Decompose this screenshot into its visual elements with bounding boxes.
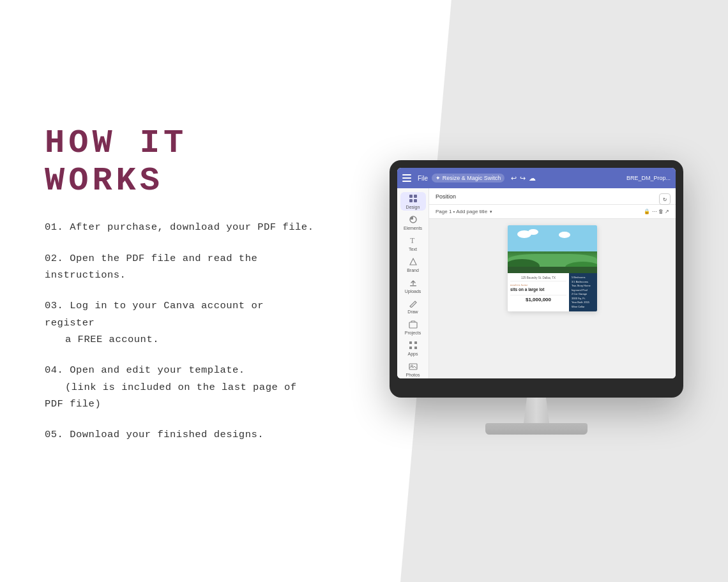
- step-2-text: Open the PDF file and read the instructi…: [45, 253, 257, 281]
- sidebar-item-photos[interactable]: Photos: [400, 360, 426, 378]
- canva-resize-button[interactable]: ✦ Resize & Magic Switch: [432, 174, 504, 183]
- canva-undo-redo: ↩ ↪ ☁: [511, 174, 536, 183]
- monitor-stand-base: [485, 423, 588, 435]
- svg-rect-11: [409, 347, 412, 349]
- page-heading: HOW IT WORKS: [45, 124, 319, 200]
- step-4: 04. Open and edit your template. (link i…: [45, 362, 319, 412]
- svg-text:T: T: [410, 236, 415, 245]
- step-3-line1: Log in to your Canva account or register: [45, 300, 264, 328]
- svg-rect-8: [409, 322, 417, 328]
- feature-7: Year Built: 2015: [572, 301, 595, 304]
- left-section: HOW IT WORKS 01. After purchase, downloa…: [0, 86, 358, 495]
- steps-list: 01. After purchase, download your PDF fi…: [45, 219, 319, 443]
- sidebar-item-brand[interactable]: Brand: [400, 255, 426, 274]
- monitor-body: File ✦ Resize & Magic Switch ↩ ↪ ☁ BRE_D…: [390, 160, 683, 398]
- sidebar-draw-label: Draw: [407, 310, 418, 314]
- monitor-stand-neck: [520, 398, 552, 423]
- sidebar-item-uploads[interactable]: Uploads: [400, 276, 426, 295]
- chevron-down-icon: ▾: [490, 209, 492, 214]
- design-icon: [408, 193, 418, 204]
- sidebar-item-draw[interactable]: Draw: [400, 297, 426, 315]
- sidebar-item-projects[interactable]: Projects: [400, 318, 426, 336]
- card-address: 125 Boundry St. Dallas, TX: [510, 276, 566, 281]
- canva-sidebar: Design Elements: [397, 188, 429, 378]
- svg-rect-5: [411, 217, 413, 220]
- svg-rect-2: [409, 199, 413, 202]
- card-left-info: 125 Boundry St. Dallas, TX modern home s…: [508, 273, 569, 311]
- svg-rect-9: [409, 341, 412, 344]
- sidebar-projects-label: Projects: [405, 331, 421, 335]
- step-5-number: 05.: [45, 429, 63, 440]
- step-3-number: 03.: [45, 300, 63, 311]
- page-toolbar-icons: 🔒 ⋯ 🗑 ↗: [644, 209, 669, 214]
- sidebar-design-label: Design: [406, 205, 420, 209]
- sidebar-photos-label: Photos: [406, 373, 420, 377]
- step-2-number: 02.: [45, 253, 63, 264]
- card-price: $1,000,000: [510, 295, 566, 304]
- brand-icon: [408, 257, 418, 267]
- step-4-line2: (link is included on the last page of PD…: [45, 382, 297, 410]
- sidebar-apps-label: Apps: [408, 352, 418, 356]
- cloud-3: [559, 232, 570, 238]
- canva-main-area: Position Page 1 • Add page title ▾ 🔒 ⋯ 🗑…: [429, 188, 676, 378]
- feature-8: Wine Cellar: [572, 305, 595, 308]
- canva-topbar: File ✦ Resize & Magic Switch ↩ ↪ ☁ BRE_D…: [397, 168, 676, 188]
- page-bar: Page 1 • Add page title ▾ 🔒 ⋯ 🗑 ↗: [429, 205, 676, 219]
- step-1-number: 01.: [45, 221, 63, 233]
- svg-rect-1: [414, 195, 417, 198]
- property-card: 125 Boundry St. Dallas, TX modern home s…: [508, 225, 597, 311]
- monitor-screen: File ✦ Resize & Magic Switch ↩ ↪ ☁ BRE_D…: [397, 168, 676, 378]
- canva-file-menu[interactable]: File: [418, 175, 428, 182]
- step-1-text: After purchase, download your PDF file.: [70, 221, 314, 233]
- feature-1: 5 Bedrooms: [572, 276, 595, 279]
- card-landscape-image: [508, 225, 597, 273]
- card-features: 5 Bedrooms 3.5 Bathrooms Two-Story Home …: [569, 273, 597, 311]
- feature-4: Inground Pool: [572, 288, 595, 292]
- sidebar-item-elements[interactable]: Elements: [400, 213, 426, 232]
- undo-icon[interactable]: ↩: [511, 174, 517, 183]
- position-label: Position: [436, 193, 456, 200]
- page-content: HOW IT WORKS 01. After purchase, downloa…: [0, 0, 728, 582]
- elements-icon: [408, 214, 418, 225]
- step-3-line2: a FREE account.: [65, 334, 159, 345]
- step-1: 01. After purchase, download your PDF fi…: [45, 219, 319, 235]
- step-5-text: Download your finished designs.: [70, 429, 264, 440]
- svg-rect-7: [410, 285, 416, 287]
- feature-3: Two-Story Home: [572, 284, 595, 287]
- canvas-area[interactable]: 125 Boundry St. Dallas, TX modern home s…: [429, 219, 676, 378]
- step-3: 03. Log in to your Canva account or regi…: [45, 297, 319, 348]
- uploads-icon: [408, 278, 418, 288]
- svg-rect-10: [414, 341, 417, 344]
- cloud-icon: ☁: [529, 174, 536, 183]
- card-tagline: modern home: [510, 283, 566, 287]
- apps-icon: [408, 340, 418, 350]
- card-subtitle: sits on a large lot: [510, 287, 566, 292]
- cloud-2: [528, 229, 538, 235]
- text-icon: T: [408, 235, 418, 246]
- svg-rect-3: [414, 199, 417, 202]
- monitor-mockup: File ✦ Resize & Magic Switch ↩ ↪ ☁ BRE_D…: [390, 160, 683, 435]
- sidebar-item-design[interactable]: Design: [400, 192, 426, 211]
- sidebar-item-text[interactable]: T Text: [400, 234, 426, 253]
- draw-icon: [408, 298, 418, 308]
- step-4-line1: Open and edit your template.: [70, 364, 245, 376]
- sidebar-elements-label: Elements: [404, 226, 422, 230]
- photos-icon: [408, 361, 418, 371]
- hamburger-icon[interactable]: [402, 172, 414, 184]
- feature-6: 3300 Sq. Ft.: [572, 297, 595, 300]
- card-info: 125 Boundry St. Dallas, TX modern home s…: [508, 273, 597, 311]
- page-label: Page 1 • Add page title: [436, 209, 487, 214]
- step-2: 02. Open the PDF file and read the instr…: [45, 250, 319, 284]
- step-5: 05. Download your finished designs.: [45, 426, 319, 443]
- canva-document-title: BRE_DM_Prop...: [626, 175, 671, 181]
- sidebar-text-label: Text: [409, 247, 417, 251]
- feature-2: 3.5 Bathrooms: [572, 280, 595, 283]
- redo-icon[interactable]: ↪: [520, 174, 526, 183]
- svg-rect-12: [414, 347, 417, 349]
- right-section: File ✦ Resize & Magic Switch ↩ ↪ ☁ BRE_D…: [358, 147, 728, 435]
- sidebar-uploads-label: Uploads: [405, 289, 421, 294]
- sidebar-item-apps[interactable]: Apps: [400, 339, 426, 357]
- position-bar: Position: [429, 188, 676, 205]
- canva-body: Design Elements: [397, 188, 676, 378]
- sidebar-brand-label: Brand: [407, 268, 419, 272]
